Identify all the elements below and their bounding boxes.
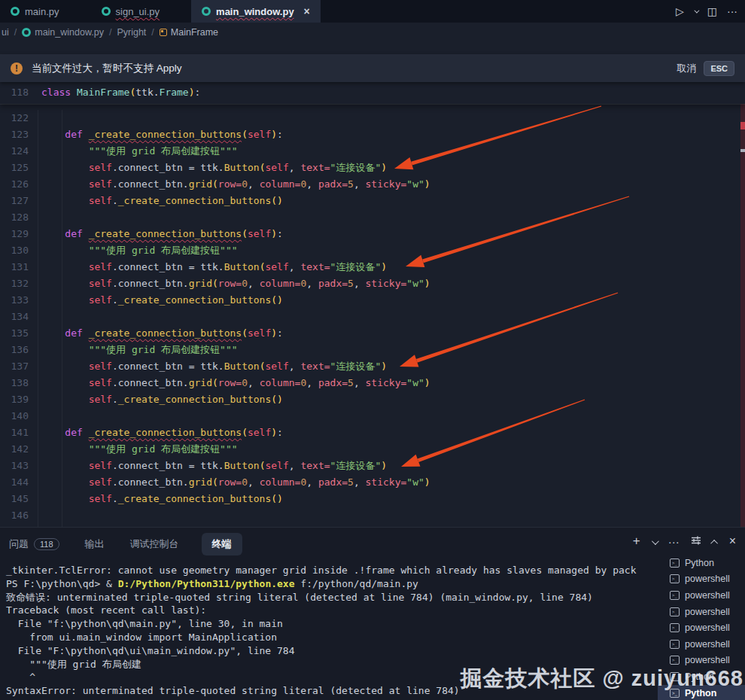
code-line-text[interactable]: def _create_connection_buttons(self): [29,226,283,242]
terminal-session-item[interactable]: >_powershell [658,619,745,636]
line-number[interactable]: 123 [0,126,29,143]
code-line-text[interactable]: self.connect_btn = ttk.Button(self, text… [29,259,387,275]
code-token: ) [189,87,195,98]
line-number[interactable]: 125 [0,160,29,176]
terminal-session-item[interactable]: >_powershell [658,604,745,620]
code-token: 5 [348,178,354,190]
more-actions-icon[interactable]: ··· [668,535,680,548]
launch-profile-icon[interactable] [691,535,701,548]
code-line-text[interactable] [29,408,41,425]
line-number[interactable]: 143 [0,458,29,474]
line-number[interactable]: 139 [0,391,29,408]
line-number[interactable]: 136 [0,342,29,358]
split-editor-button[interactable]: ◫ [707,5,717,17]
line-number[interactable]: 132 [0,275,29,292]
breadcrumb-item-mainframe[interactable]: MainFrame [160,27,218,38]
code-token: , [306,178,318,190]
line-number[interactable]: 118 [0,81,29,104]
code-line-text[interactable]: class MainFrame(ttk.Frame): [29,81,200,104]
line-number[interactable]: 141 [0,425,29,441]
line-number[interactable]: 135 [0,325,29,342]
code-token: () [271,294,283,306]
line-number[interactable]: 127 [0,193,29,209]
line-number[interactable]: 129 [0,226,29,242]
chevron-down-icon[interactable] [652,537,659,545]
code-line-text[interactable]: self._create_connection_buttons() [29,491,283,507]
line-number[interactable]: 130 [0,242,29,259]
code-token: padx [318,476,342,488]
code-line-text[interactable] [29,209,41,226]
tab-debug-console[interactable]: 调试控制台 [127,533,182,555]
code-token: ( [242,327,248,339]
line-number[interactable]: 137 [0,358,29,375]
code-line-text[interactable]: def _create_connection_buttons(self): [29,325,283,342]
tab-sign-ui-py[interactable]: sign_ui.py [91,0,171,23]
overview-ruler[interactable] [740,81,745,527]
code-line-text[interactable] [29,309,41,325]
line-number[interactable]: 126 [0,176,29,193]
code-token: . [112,394,118,405]
line-number[interactable]: 128 [0,209,29,226]
code-line-text[interactable]: self.connect_btn = ttk.Button(self, text… [29,358,387,375]
code-line-text[interactable]: def _create_connection_buttons(self): [29,126,283,143]
tab-main-window-py[interactable]: main_window.py × [191,0,321,23]
code-editor[interactable]: 122123 def _create_connection_buttons(se… [0,81,745,527]
tab-problems[interactable]: 问题 118 [6,533,62,555]
code-line-text[interactable]: self.connect_btn.grid(row=0, column=0, p… [29,176,430,193]
close-panel-icon[interactable]: × [729,534,736,548]
maximize-panel-icon[interactable] [710,539,718,546]
tab-output[interactable]: 输出 [82,533,108,555]
code-line-text[interactable]: self._create_connection_buttons() [29,391,283,408]
code-line-text[interactable] [29,507,41,524]
line-number[interactable]: 142 [0,441,29,458]
code-line-text[interactable]: """使用 grid 布局创建按钮""" [29,441,238,458]
code-token: () [271,493,283,504]
code-line-text[interactable]: self._create_connection_buttons() [29,193,283,209]
line-number[interactable]: 140 [0,408,29,425]
code-line-text[interactable]: """使用 grid 布局创建按钮""" [29,143,238,160]
new-terminal-icon[interactable]: + [633,534,640,549]
terminal-session-item[interactable]: >_powershell [658,636,745,653]
terminal-session-item[interactable]: >_powershell [658,571,745,588]
line-number[interactable]: 134 [0,309,29,325]
run-button[interactable]: ▷ [676,5,684,17]
code-token: ) [271,129,277,140]
cancel-button[interactable]: 取消 [677,62,696,75]
code-line-text[interactable]: self.connect_btn = ttk.Button(self, text… [29,458,387,474]
line-number[interactable]: 138 [0,375,29,391]
code-line-text[interactable]: """使用 grid 布局创建按钮""" [29,242,238,259]
code-line-text[interactable]: def _create_connection_buttons(self): [29,425,283,441]
code-line-text[interactable]: self.connect_btn.grid(row=0, column=0, p… [29,275,430,292]
code-line-text[interactable]: """使用 grid 布局创建按钮""" [29,342,238,358]
terminal-session-item[interactable]: >_Python [658,555,745,571]
chevron-down-icon[interactable] [694,8,699,13]
code-line-text[interactable]: self.connect_btn.grid(row=0, column=0, p… [29,375,430,391]
breadcrumb-item-pyright[interactable]: Pyright [117,27,146,38]
code-token: ) [424,377,430,388]
line-number[interactable]: 122 [0,110,29,126]
close-icon[interactable]: × [304,5,310,17]
code-line-text[interactable]: self.connect_btn.grid(row=0, column=0, p… [29,474,430,491]
code-line-text[interactable] [29,110,41,126]
line-number[interactable]: 124 [0,143,29,160]
code-line: 127 self._create_connection_buttons() [0,193,745,209]
tab-main-py[interactable]: main.py [0,0,70,23]
line-number[interactable]: 133 [0,292,29,309]
sticky-scroll-line[interactable]: 118class MainFrame(ttk.Frame): [0,81,745,104]
code-line-text[interactable]: self.connect_btn = ttk.Button(self, text… [29,160,387,176]
tab-terminal[interactable]: 终端 [202,533,242,555]
line-number[interactable]: 145 [0,491,29,507]
line-number[interactable]: 131 [0,259,29,275]
code-line: 133 self._create_connection_buttons() [0,292,745,309]
code-token [41,294,89,306]
line-number[interactable]: 146 [0,507,29,524]
line-number[interactable]: 144 [0,474,29,491]
breadcrumb-item-ui[interactable]: ui [2,27,9,38]
code-token: ttk. [200,261,224,272]
panel-toolbar: + ··· × [633,534,736,549]
more-actions-button[interactable]: ··· [727,5,737,17]
code-line-text[interactable]: self._create_connection_buttons() [29,292,283,309]
breadcrumb-item-file[interactable]: main_window.py [22,27,104,38]
terminal-session-item[interactable]: >_powershell [658,587,745,604]
code-line: 141 def _create_connection_buttons(self)… [0,425,745,441]
